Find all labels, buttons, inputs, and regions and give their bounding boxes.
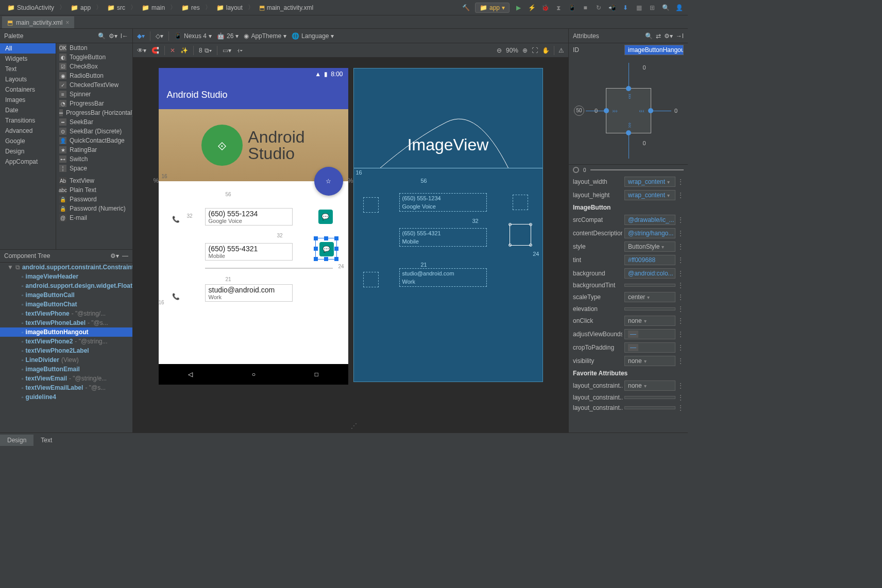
attr-value[interactable]: — xyxy=(624,342,675,353)
user-icon[interactable]: 👤 xyxy=(674,3,684,12)
constraint-top[interactable]: 0 xyxy=(643,64,646,71)
attr-value[interactable]: none xyxy=(624,316,675,326)
palette-item[interactable]: ≡Spinner xyxy=(56,90,132,99)
bias-slider[interactable]: 0 xyxy=(569,165,688,175)
selected-element[interactable]: 💬 xyxy=(315,238,337,260)
sync-icon[interactable]: ↻ xyxy=(594,3,603,12)
breadcrumb-item[interactable]: 📁main xyxy=(139,3,168,12)
chat-icon[interactable]: 💬 xyxy=(318,210,333,224)
design-tab[interactable]: Design xyxy=(0,435,33,446)
hangout-icon[interactable]: 💬 xyxy=(319,242,334,256)
breadcrumb-item[interactable]: 📁app xyxy=(67,3,94,12)
make-icon[interactable]: 🔨 xyxy=(462,3,471,12)
constraint-widget[interactable]: ››› ‹‹‹ ››› ‹‹‹ 0 0 0 0 50 xyxy=(569,57,688,165)
attr-search-icon[interactable]: 🔍 xyxy=(645,32,653,40)
clear-constraints-icon[interactable]: ✕ xyxy=(170,47,175,54)
default-margin[interactable]: 8 ⧉▾ xyxy=(199,47,212,54)
zoom-fit-icon[interactable]: ⛶ xyxy=(532,47,538,54)
palette-item[interactable]: ◉RadioButton xyxy=(56,71,132,80)
palette-category[interactable]: Images xyxy=(0,95,56,105)
palette-category[interactable]: Date xyxy=(0,105,56,115)
tree-item[interactable]: ▫ textViewPhoneLabel - "@s... xyxy=(0,318,132,327)
text-tab[interactable]: Text xyxy=(33,435,59,446)
palette-item[interactable]: 🔒Password (Numeric) xyxy=(56,204,132,213)
api-dropdown[interactable]: 🤖 26 ▾ xyxy=(217,32,239,40)
attr-value[interactable]: — xyxy=(624,329,675,339)
file-tab[interactable]: ⬒ main_activity.xml × xyxy=(2,16,74,28)
palette-category[interactable]: AppCompat xyxy=(0,157,56,167)
tree-item[interactable]: ▫ textViewPhone - "@string/... xyxy=(0,309,132,318)
attr-value[interactable]: @drawable/ic_... xyxy=(624,215,675,225)
nav-back-icon[interactable]: ◁ xyxy=(188,371,193,378)
attr-id-value[interactable]: imageButtonHangout xyxy=(624,45,684,55)
language-dropdown[interactable]: 🌐 Language ▾ xyxy=(292,32,334,40)
palette-category[interactable]: Design xyxy=(0,146,56,157)
palette-category[interactable]: All xyxy=(0,43,56,54)
attr-collapse-icon[interactable]: →I xyxy=(676,32,684,40)
zoom-out-icon[interactable]: ⊖ xyxy=(497,47,502,54)
palette-category[interactable]: Google xyxy=(0,136,56,146)
attr-value[interactable]: none xyxy=(624,381,675,391)
attr-value[interactable] xyxy=(624,284,675,287)
palette-category[interactable]: Text xyxy=(0,64,56,74)
tree-item[interactable]: ▫ imageViewHeader xyxy=(0,272,132,281)
palette-category[interactable]: Layouts xyxy=(0,74,56,84)
palette-item[interactable]: abcPlain Text xyxy=(56,185,132,195)
device-content[interactable]: ☆ % % 📞 (650) 555-1234 Google Voice 💬 (6… xyxy=(159,181,348,364)
breadcrumb-item[interactable]: 📁StudioActivity xyxy=(4,3,57,12)
palette-item[interactable]: ☑CheckBox xyxy=(56,62,132,71)
device-dropdown[interactable]: 📱 Nexus 4 ▾ xyxy=(174,32,212,40)
palette-settings-icon[interactable]: ⚙▾ xyxy=(109,32,117,40)
tree-collapse-icon[interactable]: — xyxy=(122,252,128,260)
tree-item[interactable]: ▫ imageButtonEmail xyxy=(0,365,132,374)
tree-item[interactable]: ▫ textViewEmailLabel - "@s... xyxy=(0,383,132,392)
palette-item[interactable]: ⊷Switch xyxy=(56,154,132,164)
palette-item[interactable]: 🔒Password xyxy=(56,195,132,204)
nav-home-icon[interactable]: ○ xyxy=(252,371,256,378)
palette-item[interactable]: OKButton xyxy=(56,43,132,53)
palette-item[interactable]: ━SeekBar xyxy=(56,117,132,127)
palette-category[interactable]: Advanced xyxy=(0,126,56,136)
attr-value[interactable] xyxy=(624,307,675,310)
run-config-dropdown[interactable]: 📁app▾ xyxy=(475,3,510,13)
phone2-text-container[interactable]: (650) 555-4321 Mobile xyxy=(205,243,293,261)
avd-icon[interactable]: 📲 xyxy=(607,3,617,12)
palette-item[interactable]: ═ProgressBar (Horizontal) xyxy=(56,108,132,117)
theme-dropdown[interactable]: ◉AppTheme ▾ xyxy=(244,32,286,40)
blueprint-preview[interactable]: ImageView (650) 555-1234 Google Voice (6… xyxy=(353,68,543,382)
search-icon[interactable]: 🔍 xyxy=(661,3,670,12)
tree-item[interactable]: ▫ textViewPhone2 - "@string... xyxy=(0,337,132,346)
tree-item[interactable]: ▫ textViewEmail - "@string/e... xyxy=(0,374,132,383)
fab-button[interactable]: ☆ xyxy=(314,167,343,196)
palette-item[interactable]: ⊙SeekBar (Discrete) xyxy=(56,127,132,136)
warnings-icon[interactable]: ⚠ xyxy=(558,47,564,54)
design-surface-icon[interactable]: ◆▾ xyxy=(137,32,145,40)
palette-item[interactable]: ╎Space xyxy=(56,164,132,173)
pan-icon[interactable]: ✋ xyxy=(542,47,550,54)
palette-category[interactable]: Widgets xyxy=(0,54,56,64)
tree-item[interactable]: ▫ LineDivider (View) xyxy=(0,355,132,365)
tree-item[interactable]: ▫ imageButtonCall xyxy=(0,290,132,300)
palette-collapse-icon[interactable]: I← xyxy=(121,32,128,40)
orientation-icon[interactable]: ◇▾ xyxy=(156,32,163,40)
stop-icon[interactable]: ■ xyxy=(581,3,590,12)
layout-height-value[interactable]: wrap_content xyxy=(624,190,675,200)
infer-constraints-icon[interactable]: ✨ xyxy=(180,47,188,54)
attr-value[interactable] xyxy=(624,406,675,409)
palette-item[interactable]: ◐ToggleButton xyxy=(56,53,132,62)
help-icon[interactable]: ⊞ xyxy=(648,3,657,12)
palette-category[interactable]: Transitions xyxy=(0,115,56,126)
close-tab-icon[interactable]: × xyxy=(65,19,69,26)
view-options-icon[interactable]: 👁▾ xyxy=(137,47,146,54)
email-text-container[interactable]: studio@android.com Work xyxy=(205,284,293,302)
attach-icon[interactable]: 📱 xyxy=(567,3,576,12)
palette-category[interactable]: Containers xyxy=(0,84,56,95)
tree-item[interactable]: ▫ android.support.design.widget.Floating… xyxy=(0,281,132,290)
pack-icon[interactable]: ▭▾ xyxy=(223,47,231,54)
attr-value[interactable]: @string/hango... xyxy=(624,228,675,238)
device-preview[interactable]: ▲ ▮ 8:00 Android Studio ⟐ AndroidStudio … xyxy=(159,68,348,382)
tree-item[interactable]: ▫ guideline4 xyxy=(0,392,132,402)
zoom-in-icon[interactable]: ⊕ xyxy=(522,47,528,54)
palette-item[interactable]: AbTextView xyxy=(56,176,132,185)
email-icon[interactable]: 📞 xyxy=(169,289,183,304)
